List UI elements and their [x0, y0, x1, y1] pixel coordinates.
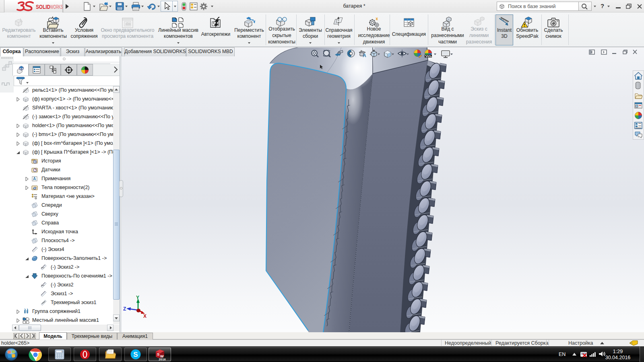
svg-text:Z: Z: [123, 306, 126, 312]
svg-text:2016: 2016: [159, 358, 166, 361]
svg-text:A: A: [33, 177, 36, 181]
svg-text:S: S: [157, 352, 159, 356]
svg-text:S: S: [133, 351, 138, 358]
svg-text:0: 0: [62, 351, 63, 353]
svg-text:A: A: [363, 53, 366, 58]
svg-text:X: X: [143, 313, 147, 319]
svg-text:Y: Y: [136, 295, 139, 300]
